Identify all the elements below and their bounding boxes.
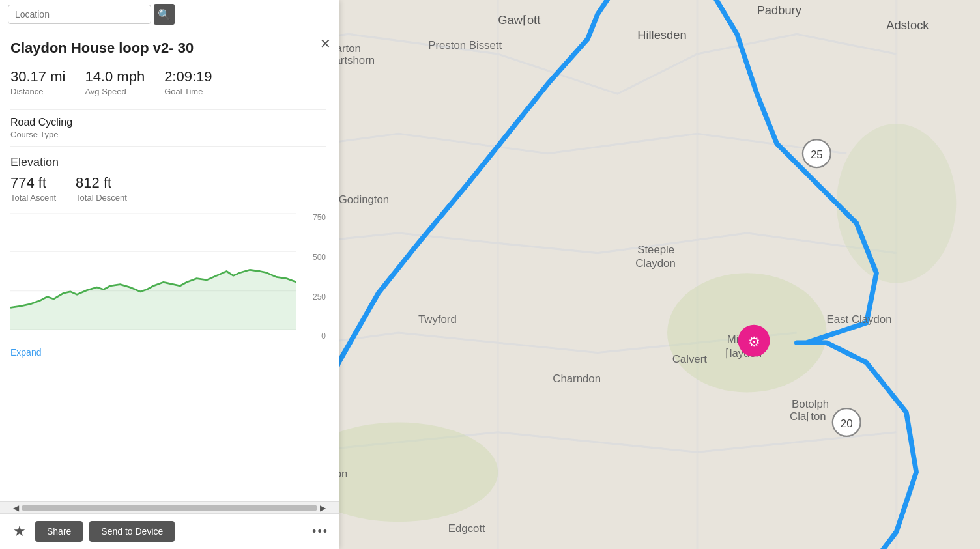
course-type-value: Road Cycling bbox=[10, 117, 326, 128]
map-label-botolph: Botolph bbox=[792, 398, 829, 410]
action-bar: ★ Share Send to Device ••• bbox=[0, 513, 339, 549]
scroll-track[interactable] bbox=[22, 505, 317, 511]
map-label-east-claydon: East Claydon bbox=[827, 313, 892, 326]
send-to-device-button[interactable]: Send to Device bbox=[89, 521, 175, 542]
map-label-adstock: Adstock bbox=[886, 18, 929, 32]
stat-distance: 30.17 mi Distance bbox=[10, 68, 65, 96]
distance-value: 30.17 mi bbox=[10, 68, 65, 85]
course-type-section: Road Cycling Course Type bbox=[10, 117, 326, 139]
goal-time-value: 2:09:19 bbox=[164, 68, 212, 85]
share-button[interactable]: Share bbox=[35, 521, 83, 542]
ascent-value: 774 ft bbox=[10, 175, 56, 191]
course-type-label: Course Type bbox=[10, 130, 326, 139]
map-label-edgcott: Edgcott bbox=[448, 522, 485, 535]
map-label-gawcott: Gaw⌈ott bbox=[498, 13, 540, 27]
ascent-label: Total Ascent bbox=[10, 193, 56, 203]
y-label-750: 750 bbox=[300, 213, 326, 222]
stat-ascent: 774 ft Total Ascent bbox=[10, 175, 56, 203]
more-options-button[interactable]: ••• bbox=[312, 525, 328, 539]
elevation-heading: Elevation bbox=[10, 156, 326, 169]
panel-content[interactable]: ✕ Claydon House loop v2- 30 30.17 mi Dis… bbox=[0, 29, 339, 501]
map-label-charndon: Charndon bbox=[553, 373, 601, 385]
svg-marker-18 bbox=[10, 270, 296, 330]
sidebar-panel: 🔍 ✕ Claydon House loop v2- 30 30.17 mi D… bbox=[0, 0, 339, 549]
map-label-botolph2: Cla⌈ton bbox=[790, 410, 826, 423]
avg-speed-label: Avg Speed bbox=[85, 87, 145, 96]
descent-label: Total Descent bbox=[76, 193, 127, 203]
goal-time-label: Goal Time bbox=[164, 87, 212, 96]
stat-goal-time: 2:09:19 Goal Time bbox=[164, 68, 212, 96]
elevation-chart: 750 500 250 0 bbox=[10, 213, 326, 343]
map-label-godington: Godington bbox=[339, 193, 390, 206]
svg-point-3 bbox=[837, 124, 956, 283]
chart-svg-wrapper bbox=[10, 213, 296, 330]
elevation-stats: 774 ft Total Ascent 812 ft Total Descent bbox=[10, 175, 326, 203]
poi-restaurant[interactable]: ⚙ bbox=[748, 334, 760, 350]
stat-descent: 812 ft Total Descent bbox=[76, 175, 127, 203]
waypoint-20: 20 bbox=[841, 417, 853, 430]
avg-speed-value: 14.0 mph bbox=[85, 68, 145, 85]
y-label-500: 500 bbox=[300, 253, 326, 262]
search-input[interactable] bbox=[8, 5, 151, 24]
horizontal-scrollbar[interactable]: ◀ ▶ bbox=[0, 501, 339, 513]
map-label-hillesden: Hillesden bbox=[637, 28, 686, 42]
search-button[interactable]: 🔍 bbox=[154, 4, 175, 25]
map-label-claydon: Claydon bbox=[635, 257, 676, 270]
map-label-calvert: Calvert bbox=[672, 353, 708, 365]
scroll-left-arrow[interactable]: ◀ bbox=[13, 503, 19, 513]
search-bar: 🔍 bbox=[0, 0, 339, 29]
stats-row: 30.17 mi Distance 14.0 mph Avg Speed 2:0… bbox=[10, 68, 326, 96]
stat-avg-speed: 14.0 mph Avg Speed bbox=[85, 68, 145, 96]
expand-link[interactable]: Expand bbox=[10, 347, 326, 358]
scroll-right-arrow[interactable]: ▶ bbox=[320, 503, 326, 513]
favorite-button[interactable]: ★ bbox=[10, 520, 29, 542]
descent-value: 812 ft bbox=[76, 175, 127, 191]
y-label-0: 0 bbox=[300, 331, 326, 341]
route-title: Claydon House loop v2- 30 bbox=[10, 40, 326, 57]
map-label-steeple: Steeple bbox=[637, 244, 674, 256]
map-label-padbury: Padbury bbox=[757, 3, 802, 17]
map-label-twyford: Twyford bbox=[418, 313, 457, 326]
chart-y-labels: 750 500 250 0 bbox=[300, 213, 326, 343]
map-label-preston: Preston Bissett bbox=[428, 39, 502, 51]
waypoint-25: 25 bbox=[811, 148, 823, 161]
y-label-250: 250 bbox=[300, 292, 326, 302]
distance-label: Distance bbox=[10, 87, 65, 96]
close-button[interactable]: ✕ bbox=[320, 36, 331, 51]
